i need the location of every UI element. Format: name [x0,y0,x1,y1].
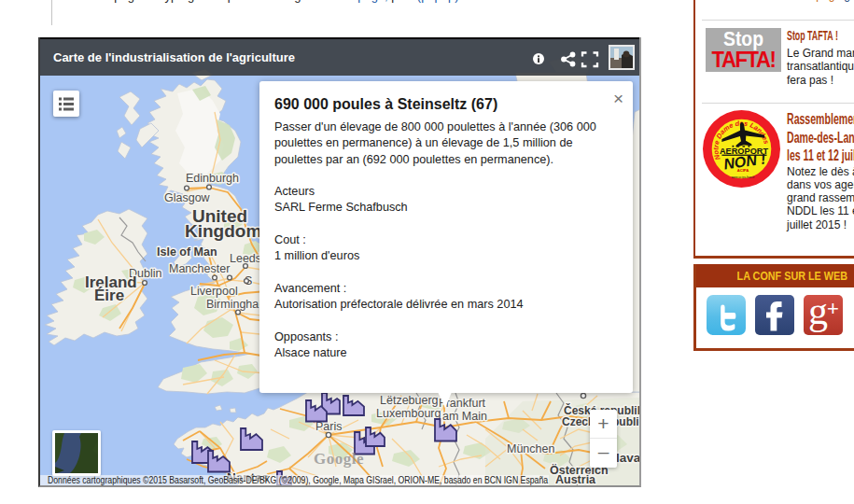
svg-text:ACIPA: ACIPA [737,168,749,173]
svg-text:www.acipa-free.fr: www.acipa-free.fr [732,175,756,179]
